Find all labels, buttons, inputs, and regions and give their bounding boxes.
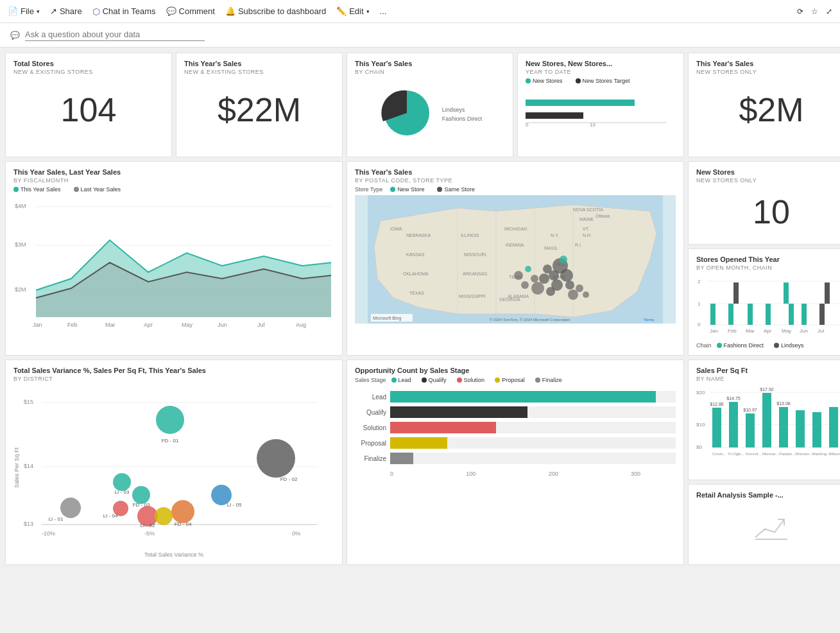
- bubble-chart-svg: $15 $14 $13 -10% -5% 0% FD - 01 FD -: [22, 385, 324, 551]
- bar-solution: Solution: [355, 422, 676, 433]
- opportunity-card[interactable]: Opportunity Count by Sales Stage Sales S…: [347, 360, 684, 565]
- svg-rect-141: [796, 410, 805, 447]
- map-card[interactable]: This Year's Sales BY POSTAL CODE, STORE …: [347, 161, 684, 356]
- svg-text:MASS.: MASS.: [544, 246, 558, 250]
- total-stores-card[interactable]: Total Stores NEW & EXISTING STORES 104: [5, 53, 172, 157]
- svg-point-54: [560, 269, 573, 282]
- svg-text:Jun: Jun: [800, 328, 808, 334]
- legend-proposal: Proposal: [495, 377, 525, 383]
- svg-text:0: 0: [526, 122, 529, 128]
- legend-new-stores: New Stores: [526, 78, 563, 84]
- sales-by-chain-card[interactable]: This Year's Sales BY CHAIN Lindseys Fash…: [347, 53, 513, 157]
- stores-opened-chart: 2 1 0: [696, 273, 840, 338]
- map-visual[interactable]: NEBRASKA KANSAS OKLAHOMA TEXAS ILLINOIS …: [355, 195, 676, 324]
- sales-sqft-card[interactable]: Sales Per Sq Ft BY NAME $20 $10 $0 $12.8…: [688, 360, 840, 480]
- file-menu[interactable]: 📄 File ▾: [8, 6, 40, 16]
- total-stores-title: Total Stores: [13, 60, 164, 67]
- svg-text:Aug: Aug: [296, 322, 306, 328]
- more-menu[interactable]: ...: [380, 6, 387, 16]
- teams-icon: ⬡: [92, 6, 100, 17]
- svg-rect-1: [526, 100, 635, 106]
- svg-point-60: [546, 287, 555, 296]
- this-year-new-only-subtitle: NEW STORES ONLY: [696, 69, 840, 75]
- svg-point-63: [525, 266, 531, 272]
- svg-rect-86: [801, 304, 807, 325]
- svg-rect-2: [526, 112, 583, 119]
- svg-text:Jan: Jan: [33, 322, 42, 328]
- svg-text:$10.97: $10.97: [743, 408, 757, 412]
- svg-text:FD - 04: FD - 04: [175, 521, 192, 527]
- svg-text:Microsoft Bing: Microsoft Bing: [373, 316, 401, 321]
- sales-sqft-title: Sales Per Sq Ft: [696, 367, 840, 374]
- fullscreen-icon[interactable]: ⤢: [826, 7, 832, 16]
- sales-by-chain-title: This Year's Sales: [355, 60, 505, 67]
- svg-rect-79: [710, 304, 716, 325]
- line-chart-svg: $4M $3M $2M Jan Feb Mar Apr May Jun Jul …: [13, 195, 334, 330]
- bar-proposal: Proposal: [355, 437, 676, 449]
- svg-text:LI - 02: LI - 02: [141, 523, 155, 528]
- this-year-sales-title: This Year's Sales: [184, 60, 334, 67]
- svg-text:MISSISSIPPI: MISSISSIPPI: [459, 294, 486, 299]
- line-chart-card[interactable]: This Year Sales, Last Year Sales BY FISC…: [5, 161, 343, 356]
- comment-button[interactable]: 💬 Comment: [166, 6, 215, 16]
- map-svg: NEBRASKA KANSAS OKLAHOMA TEXAS ILLINOIS …: [368, 195, 663, 324]
- new-stores-count-card[interactable]: New Stores NEW STORES ONLY 10: [688, 161, 840, 245]
- svg-point-58: [560, 256, 567, 263]
- svg-text:Apr: Apr: [144, 322, 153, 328]
- sales-by-chain-subtitle: BY CHAIN: [355, 69, 505, 75]
- svg-rect-87: [819, 304, 825, 325]
- share-button[interactable]: ↗ Share: [50, 6, 82, 16]
- legend-qualify: Qualify: [422, 377, 447, 383]
- svg-text:Cincin...: Cincin...: [712, 452, 726, 456]
- legend-lead: Lead: [391, 377, 411, 383]
- subscribe-icon: 🔔: [225, 6, 236, 16]
- svg-text:$4M: $4M: [15, 203, 26, 209]
- new-stores-count-subtitle: NEW STORES ONLY: [696, 177, 840, 184]
- svg-rect-137: [762, 393, 771, 447]
- svg-rect-143: [829, 407, 838, 447]
- stores-opened-card[interactable]: Stores Opened This Year BY OPEN MONTH, C…: [688, 248, 840, 356]
- svg-text:Feb: Feb: [728, 328, 737, 334]
- edit-button[interactable]: ✏️ Edit ▾: [336, 6, 369, 16]
- this-year-sales-subtitle: NEW & EXISTING STORES: [184, 69, 334, 75]
- svg-text:$0: $0: [696, 444, 702, 450]
- svg-text:FD - 02: FD - 02: [280, 476, 298, 482]
- svg-text:OKLAHOMA: OKLAHOMA: [403, 272, 429, 276]
- svg-text:$3M: $3M: [15, 241, 26, 248]
- qa-input[interactable]: [25, 30, 205, 41]
- this-year-new-only-title: This Year's Sales: [696, 60, 840, 67]
- svg-text:INDIANA: INDIANA: [506, 243, 524, 247]
- subscribe-button[interactable]: 🔔 Subscribe to dashboard: [225, 6, 326, 16]
- stores-opened-subtitle: BY OPEN MONTH, CHAIN: [696, 264, 840, 271]
- retail-sample-card[interactable]: Retail Analysis Sample -...: [688, 484, 840, 565]
- this-year-sales-card[interactable]: This Year's Sales NEW & EXISTING STORES …: [176, 53, 343, 157]
- svg-rect-80: [728, 304, 733, 325]
- edit-icon: ✏️: [336, 6, 347, 16]
- bubble-chart-card[interactable]: Total Sales Variance %, Sales Per Sq Ft,…: [5, 360, 343, 565]
- file-icon: 📄: [8, 6, 18, 16]
- svg-text:Monroe...: Monroe...: [762, 452, 779, 456]
- svg-text:Terms: Terms: [644, 318, 654, 322]
- refresh-icon[interactable]: ⟳: [797, 7, 803, 16]
- svg-rect-84: [784, 282, 789, 304]
- store-type-label: Store Type: [355, 186, 382, 193]
- svg-point-59: [539, 273, 549, 284]
- svg-text:1: 1: [698, 301, 701, 307]
- chain-label-fashions: Fashions Direct: [442, 116, 483, 122]
- svg-text:Mar: Mar: [746, 328, 755, 334]
- svg-text:Apr: Apr: [764, 328, 772, 334]
- topbar-right-actions: ⟳ ☆ ⤢: [797, 7, 832, 16]
- svg-rect-82: [748, 304, 753, 325]
- favorite-icon[interactable]: ☆: [811, 7, 818, 16]
- chat-teams-button[interactable]: ⬡ Chat in Teams: [92, 6, 156, 17]
- svg-rect-142: [812, 412, 821, 447]
- svg-text:Jun: Jun: [218, 322, 227, 328]
- svg-text:May: May: [782, 328, 791, 334]
- svg-text:10: 10: [590, 122, 596, 128]
- share-icon: ↗: [50, 6, 57, 16]
- topbar: 📄 File ▾ ↗ Share ⬡ Chat in Teams 💬 Comme…: [0, 0, 840, 23]
- svg-text:MAINE: MAINE: [579, 217, 594, 221]
- svg-text:R.I.: R.I.: [575, 243, 582, 247]
- new-stores-ytd-card[interactable]: New Stores, New Stores... YEAR TO DATE N…: [517, 53, 684, 157]
- this-year-new-only-card[interactable]: This Year's Sales NEW STORES ONLY $2M: [688, 53, 840, 157]
